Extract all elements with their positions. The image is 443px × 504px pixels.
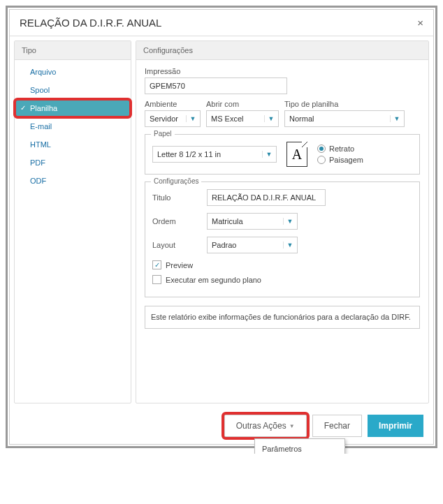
layout-value: Padrao (212, 241, 283, 249)
titulo-input[interactable] (207, 189, 326, 206)
config-panel: Configurações Impressão Ambiente Servido… (136, 40, 429, 403)
chevron-down-icon: ▼ (289, 423, 295, 429)
preview-label: Preview (166, 261, 193, 269)
papel-size-select[interactable]: Letter 8 1/2 x 11 in ▼ (152, 146, 277, 163)
abrircom-select[interactable]: MS Excel ▼ (206, 110, 279, 127)
page-orientation-icon: A (286, 142, 307, 167)
abrircom-label: Abrir com (206, 100, 279, 108)
tipoplan-label: Tipo de planilha (284, 100, 405, 108)
titulo-label: Titulo (152, 193, 207, 202)
outras-acoes-button[interactable]: Outras Ações ▼ (224, 415, 307, 437)
radio-dot-icon (317, 156, 326, 164)
background-checkbox[interactable]: Executar em segundo plano (152, 275, 412, 284)
chevron-down-icon: ▼ (186, 115, 197, 122)
chevron-down-icon: ▼ (283, 242, 294, 249)
tipo-item-planilha[interactable]: Planilha (15, 99, 131, 117)
chevron-down-icon: ▼ (264, 115, 275, 122)
retrato-label: Retrato (329, 144, 354, 153)
ambiente-value: Servidor (150, 114, 186, 123)
checkbox-checked-icon: ✓ (152, 260, 161, 269)
ordem-label: Ordem (152, 217, 207, 225)
tipo-header: Tipo (15, 41, 131, 60)
radio-paisagem[interactable]: Paisagem (317, 156, 363, 164)
tipo-item-odf[interactable]: ODF (15, 172, 131, 190)
description-box: Este relatório exibe informações de func… (145, 306, 420, 329)
tipo-item-spool[interactable]: Spool (15, 81, 131, 99)
tipo-item-html[interactable]: HTML (15, 135, 131, 154)
preview-checkbox[interactable]: ✓ Preview (152, 260, 412, 269)
chevron-down-icon: ▼ (262, 151, 273, 158)
close-icon[interactable]: × (417, 17, 423, 29)
chevron-down-icon: ▼ (283, 218, 294, 225)
outras-acoes-menu: Parâmetros Gestão de Empresas Personaliz… (254, 438, 345, 454)
papel-legend: Papel (151, 130, 175, 138)
tipoplan-value: Normal (289, 114, 390, 123)
checkbox-icon (152, 275, 161, 284)
layout-select[interactable]: Padrao ▼ (207, 237, 298, 253)
bg-label: Executar em segundo plano (166, 276, 261, 284)
radio-dot-icon (317, 144, 326, 153)
tipo-item-arquivo[interactable]: Arquivo (15, 63, 131, 81)
paisagem-label: Paisagem (329, 156, 363, 164)
impressao-label: Impressão (145, 67, 420, 75)
abrircom-value: MS Excel (211, 114, 264, 123)
papel-size-value: Letter 8 1/2 x 11 in (157, 150, 262, 158)
tipoplan-select[interactable]: Normal ▼ (284, 110, 405, 127)
impressao-input[interactable] (145, 77, 287, 94)
imprimir-button[interactable]: Imprimir (368, 415, 423, 437)
tipo-panel: Tipo Arquivo Spool Planilha E-mail HTML … (14, 40, 131, 403)
radio-retrato[interactable]: Retrato (317, 144, 363, 153)
menu-parametros[interactable]: Parâmetros (255, 442, 344, 454)
tipo-item-pdf[interactable]: PDF (15, 154, 131, 172)
ambiente-label: Ambiente (145, 100, 201, 108)
config-header: Configurações (136, 41, 428, 60)
outras-label: Outras Ações (236, 421, 286, 431)
layout-label: Layout (152, 241, 207, 249)
dialog-title: RELAÇÃO DA D.I.R.F. ANUAL (20, 17, 161, 29)
inner-config-legend: Configurações (151, 177, 201, 185)
ordem-value: Matricula (212, 217, 283, 225)
fechar-button[interactable]: Fechar (312, 415, 362, 437)
tipo-item-email[interactable]: E-mail (15, 117, 131, 135)
ambiente-select[interactable]: Servidor ▼ (145, 110, 201, 127)
ordem-select[interactable]: Matricula ▼ (207, 213, 298, 230)
chevron-down-icon: ▼ (390, 115, 401, 122)
